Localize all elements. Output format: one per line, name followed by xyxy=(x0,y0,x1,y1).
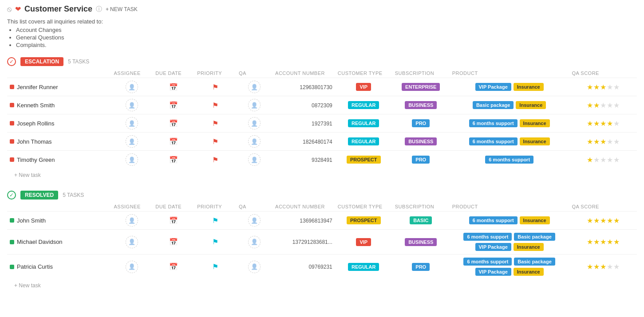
calendar-icon[interactable]: 📅 xyxy=(169,102,178,109)
task-name-cell: Joseph Rollins xyxy=(7,114,111,133)
qa-cell[interactable] xyxy=(236,211,273,230)
assignee-cell[interactable] xyxy=(111,230,153,254)
col-header-account: ACCOUNT NUMBER xyxy=(273,69,335,78)
qa-avatar[interactable] xyxy=(248,153,261,166)
calendar-icon[interactable]: 📅 xyxy=(169,138,178,145)
duedate-cell[interactable]: 📅 xyxy=(153,230,194,254)
task-name-text[interactable]: Michael Davidson xyxy=(17,239,63,245)
assignee-cell[interactable] xyxy=(111,96,153,114)
qa-avatar[interactable] xyxy=(248,81,261,93)
calendar-icon[interactable]: 📅 xyxy=(169,238,178,246)
col-header-assignee: ASSIGNEE xyxy=(111,202,153,211)
qa-cell[interactable] xyxy=(236,78,273,96)
product-badge: Insurance xyxy=(520,137,550,145)
assignee-avatar[interactable] xyxy=(126,81,138,93)
duedate-cell[interactable]: 📅 xyxy=(153,114,194,133)
product-cell: 6 months supportInsurance xyxy=(450,133,569,151)
new-task-link[interactable]: + New task xyxy=(7,170,41,180)
duedate-cell[interactable]: 📅 xyxy=(153,133,194,151)
page-title: Customer Service xyxy=(24,4,92,14)
qa-cell[interactable] xyxy=(236,114,273,133)
assignee-avatar[interactable] xyxy=(126,236,138,248)
assignee-cell[interactable] xyxy=(111,78,153,96)
assignee-avatar[interactable] xyxy=(126,261,138,273)
main-page: ⦸ ❤ Customer Service ⓘ NEW TASK This lis… xyxy=(0,0,644,317)
qa-avatar[interactable] xyxy=(248,99,261,111)
calendar-icon[interactable]: 📅 xyxy=(169,120,178,127)
task-name-text[interactable]: John Smith xyxy=(17,217,46,224)
product-badges: 6 months supportBasic packageVIP Package… xyxy=(452,232,567,251)
new-task-link[interactable]: + New task xyxy=(7,281,41,290)
duedate-cell[interactable]: 📅 xyxy=(153,254,194,279)
qa-avatar[interactable] xyxy=(248,214,261,227)
col-header-subscription: SUBSCRIPTION xyxy=(392,202,450,211)
star-icon: ★ xyxy=(593,119,600,128)
qa-cell[interactable] xyxy=(236,254,273,279)
description-item-3: Complaints. xyxy=(16,42,637,48)
duedate-cell[interactable]: 📅 xyxy=(153,151,194,169)
assignee-cell[interactable] xyxy=(111,211,153,230)
subscription-badge: ENTERPRISE xyxy=(402,83,440,91)
calendar-icon[interactable]: 📅 xyxy=(169,217,178,224)
product-badges: VIP PackageInsurance xyxy=(452,82,567,91)
assignee-cell[interactable] xyxy=(111,114,153,133)
task-name-text[interactable]: Kenneth Smith xyxy=(17,102,55,109)
new-task-button[interactable]: NEW TASK xyxy=(106,6,138,12)
duedate-cell[interactable]: 📅 xyxy=(153,78,194,96)
qa-cell[interactable] xyxy=(236,151,273,169)
task-name-text[interactable]: John Thomas xyxy=(17,138,52,145)
task-name-text[interactable]: Patricia Curtis xyxy=(17,263,53,270)
col-header-task xyxy=(7,69,111,78)
qa-avatar[interactable] xyxy=(248,261,261,273)
product-cell: Basic packageInsurance xyxy=(450,96,569,114)
info-icon[interactable]: ⓘ xyxy=(96,5,102,13)
assignee-cell[interactable] xyxy=(111,133,153,151)
qa-avatar[interactable] xyxy=(248,117,261,129)
assignee-avatar[interactable] xyxy=(126,214,138,227)
task-name-cell: John Smith xyxy=(7,211,111,230)
task-name-cell: Jennifer Runner xyxy=(7,78,111,96)
assignee-avatar[interactable] xyxy=(126,153,138,166)
duedate-cell[interactable]: 📅 xyxy=(153,96,194,114)
calendar-icon[interactable]: 📅 xyxy=(169,156,178,164)
section-count-escalation: 5 TASKS xyxy=(68,59,89,65)
section-toggle-resolved[interactable]: ✓ xyxy=(7,191,16,200)
qa-avatar[interactable] xyxy=(248,135,261,148)
assignee-avatar[interactable] xyxy=(126,117,138,129)
table-row: John Smith 📅 ⚑ 13696813947 PROSPECT xyxy=(7,211,637,230)
task-name-text[interactable]: Joseph Rollins xyxy=(17,120,55,127)
subscription-cell: BUSINESS xyxy=(392,96,450,114)
assignee-avatar[interactable] xyxy=(126,135,138,148)
star-icon: ★ xyxy=(607,137,613,146)
star-icon: ★ xyxy=(593,83,600,91)
col-header-subscription: SUBSCRIPTION xyxy=(392,69,450,78)
product-cell: 6 months supportBasic packageVIP Package… xyxy=(450,230,569,254)
qa-avatar[interactable] xyxy=(248,236,261,248)
calendar-icon[interactable]: 📅 xyxy=(169,83,178,91)
qa-score-cell: ★★★★★ xyxy=(569,96,637,114)
duedate-cell[interactable]: 📅 xyxy=(153,211,194,230)
back-button[interactable]: ⦸ xyxy=(7,5,12,13)
product-badge: 6 months support xyxy=(463,233,512,241)
qa-stars: ★★★★★ xyxy=(572,216,634,225)
task-indicator xyxy=(10,265,14,269)
priority-cell: ⚑ xyxy=(194,133,236,151)
table-row: Michael Davidson 📅 ⚑ 137291283681... VIP xyxy=(7,230,637,254)
section-resolved: ✓ RESOLVED 5 TASKS ASSIGNEE DUE DATE PRI… xyxy=(7,191,637,290)
assignee-avatar[interactable] xyxy=(126,99,138,111)
qa-stars: ★★★★★ xyxy=(572,262,634,271)
col-header-account: ACCOUNT NUMBER xyxy=(273,202,335,211)
task-name-text[interactable]: Timothy Green xyxy=(17,157,55,163)
section-toggle-escalation[interactable]: ✓ xyxy=(7,57,16,66)
star-icon: ★ xyxy=(613,83,620,91)
qa-cell[interactable] xyxy=(236,96,273,114)
task-name-text[interactable]: Jennifer Runner xyxy=(17,84,58,90)
qa-cell[interactable] xyxy=(236,230,273,254)
col-header-qa: QA xyxy=(236,69,273,78)
product-cell: 6 months supportInsurance xyxy=(450,211,569,230)
product-badge: Basic package xyxy=(473,101,514,109)
assignee-cell[interactable] xyxy=(111,254,153,279)
assignee-cell[interactable] xyxy=(111,151,153,169)
calendar-icon[interactable]: 📅 xyxy=(169,263,178,270)
qa-cell[interactable] xyxy=(236,133,273,151)
